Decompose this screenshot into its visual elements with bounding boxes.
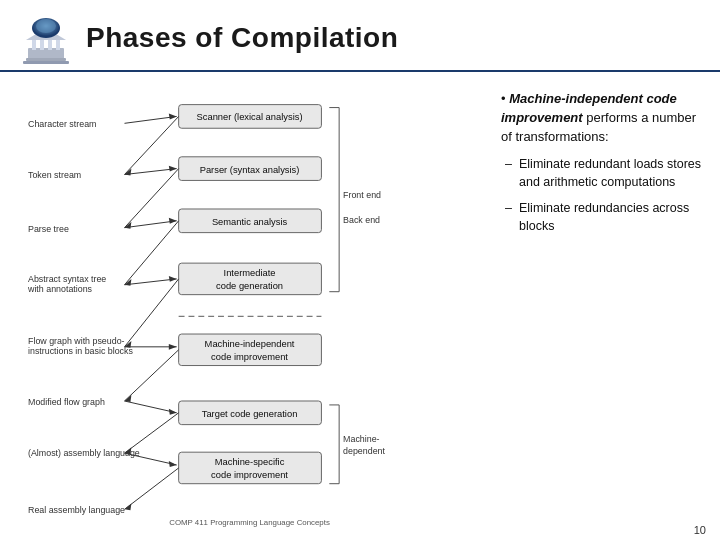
svg-rect-9 bbox=[23, 61, 69, 64]
svg-marker-57 bbox=[169, 218, 177, 224]
diagram-area: Character stream Token stream Parse tree… bbox=[16, 80, 489, 528]
svg-text:Modified flow graph: Modified flow graph bbox=[28, 397, 105, 407]
logo-icon bbox=[20, 12, 72, 64]
svg-line-68 bbox=[125, 401, 177, 413]
svg-line-58 bbox=[125, 221, 179, 285]
svg-line-62 bbox=[125, 279, 179, 347]
sub-bullet-2: Eliminate redundancies across blocks bbox=[505, 199, 704, 235]
svg-marker-49 bbox=[169, 113, 177, 119]
svg-text:Real assembly language: Real assembly language bbox=[28, 505, 125, 515]
content-area: Character stream Token stream Parse tree… bbox=[0, 72, 720, 532]
svg-line-48 bbox=[125, 116, 177, 123]
svg-line-50 bbox=[125, 116, 179, 174]
svg-rect-3 bbox=[48, 40, 52, 50]
svg-text:Scanner (lexical analysis): Scanner (lexical analysis) bbox=[197, 112, 303, 122]
svg-line-66 bbox=[125, 350, 179, 401]
svg-rect-2 bbox=[40, 40, 44, 50]
svg-rect-1 bbox=[32, 40, 36, 50]
main-bullet: • Machine-independent code improvement p… bbox=[501, 90, 704, 147]
svg-text:COMP 411 Programming Language : COMP 411 Programming Language Concepts bbox=[169, 518, 330, 527]
svg-text:Parser (syntax analysis): Parser (syntax analysis) bbox=[200, 165, 300, 175]
svg-text:(Almost) assembly language: (Almost) assembly language bbox=[28, 448, 140, 458]
svg-text:Parse tree: Parse tree bbox=[28, 224, 69, 234]
svg-line-52 bbox=[125, 169, 177, 175]
svg-line-72 bbox=[125, 453, 177, 465]
svg-marker-53 bbox=[169, 166, 177, 172]
svg-text:with annotations: with annotations bbox=[27, 284, 93, 294]
sub-bullet-1: Eliminate redundant loads stores and ari… bbox=[505, 155, 704, 191]
page-number: 10 bbox=[694, 524, 706, 536]
sub-bullets-list: Eliminate redundant loads stores and ari… bbox=[501, 155, 704, 236]
svg-text:Machine-independent: Machine-independent bbox=[205, 339, 295, 349]
italic-text: Machine-independent code improvement bbox=[501, 91, 677, 125]
svg-text:Flow graph with pseudo-: Flow graph with pseudo- bbox=[28, 336, 125, 346]
svg-text:dependent: dependent bbox=[343, 446, 385, 456]
svg-text:Machine-: Machine- bbox=[343, 434, 379, 444]
svg-marker-73 bbox=[169, 461, 177, 467]
svg-text:Back end: Back end bbox=[343, 215, 380, 225]
svg-text:Machine-specific: Machine-specific bbox=[215, 457, 285, 467]
svg-text:Abstract syntax tree: Abstract syntax tree bbox=[28, 274, 106, 284]
slide: Phases of Compilation Character stream T… bbox=[0, 0, 720, 540]
svg-marker-61 bbox=[169, 276, 177, 282]
svg-text:Intermediate: Intermediate bbox=[224, 268, 276, 278]
svg-point-7 bbox=[36, 19, 56, 33]
svg-text:code improvement: code improvement bbox=[211, 352, 288, 362]
compilation-diagram: Character stream Token stream Parse tree… bbox=[16, 80, 489, 528]
svg-marker-75 bbox=[125, 503, 132, 510]
header: Phases of Compilation bbox=[0, 0, 720, 72]
bullets-area: • Machine-independent code improvement p… bbox=[489, 80, 704, 528]
svg-text:Semantic analysis: Semantic analysis bbox=[212, 217, 288, 227]
svg-text:code generation: code generation bbox=[216, 281, 283, 291]
svg-line-60 bbox=[125, 279, 177, 285]
svg-marker-69 bbox=[169, 409, 177, 415]
page-title: Phases of Compilation bbox=[86, 22, 398, 54]
svg-marker-65 bbox=[169, 344, 177, 350]
svg-line-56 bbox=[125, 221, 177, 228]
svg-text:Target code generation: Target code generation bbox=[202, 409, 298, 419]
svg-line-74 bbox=[125, 468, 179, 509]
svg-text:Front end: Front end bbox=[343, 190, 381, 200]
svg-line-70 bbox=[125, 413, 179, 453]
svg-rect-4 bbox=[56, 40, 60, 50]
svg-text:Token stream: Token stream bbox=[28, 170, 81, 180]
svg-text:code improvement: code improvement bbox=[211, 470, 288, 480]
svg-text:Character stream: Character stream bbox=[28, 119, 96, 129]
svg-text:instructions in basic blocks: instructions in basic blocks bbox=[28, 346, 133, 356]
svg-rect-8 bbox=[26, 58, 66, 61]
